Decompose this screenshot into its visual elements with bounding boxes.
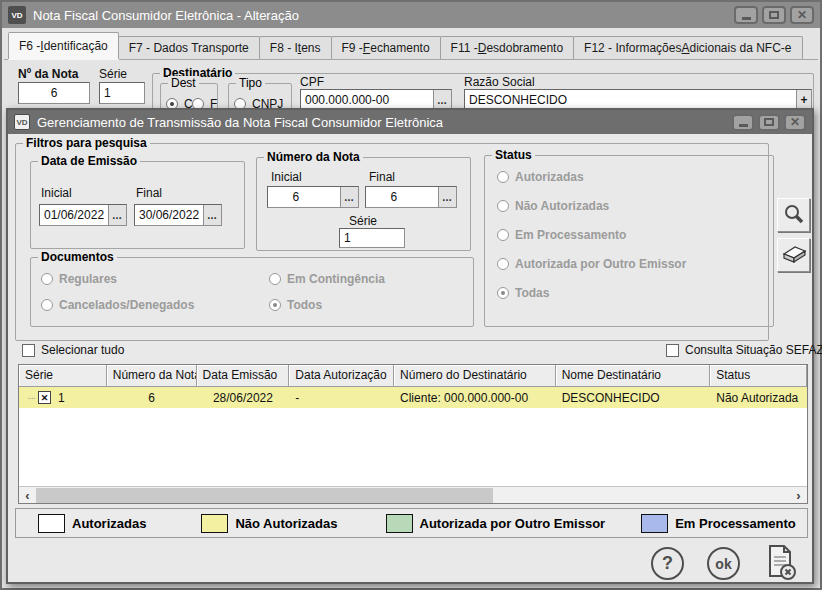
scrollbar-thumb[interactable] [36, 488, 493, 503]
nota-inicial-field[interactable]: 6 … [267, 186, 359, 208]
radio-dot-icon [497, 229, 509, 241]
radio-nao-autorizadas[interactable]: Não Autorizadas [497, 199, 609, 213]
ok-button[interactable]: ok [707, 547, 740, 580]
data-inicial-picker-icon[interactable]: … [108, 205, 126, 225]
horizontal-scrollbar[interactable]: ‹ › [19, 486, 807, 503]
nota-label: Nº da Nota [18, 67, 78, 81]
radio-dot-icon [497, 171, 509, 183]
razao-add-icon[interactable]: + [796, 90, 811, 110]
cell-data-emissao: 28/06/2022 [197, 387, 290, 408]
radio-dot-icon [497, 258, 509, 270]
nota-serie-field[interactable]: 1 [339, 228, 405, 248]
documentos-group-label: Documentos [38, 250, 117, 264]
radio-todas[interactable]: Todas [497, 286, 549, 300]
minimize-icon[interactable] [734, 6, 758, 24]
notas-table[interactable]: SérieNúmero da NotaData EmissãoData Auto… [18, 364, 808, 504]
dialog-close-icon[interactable]: ✕ [784, 114, 806, 131]
select-all-checkbox[interactable]: Selecionar tudo [22, 343, 124, 357]
numero-nota-label: Número da Nota [264, 150, 363, 164]
data-emissao-group: Data de Emissão Inicial 01/06/2022 … Fin… [30, 161, 245, 249]
column-header-data-emissao[interactable]: Data Emissão [197, 365, 290, 387]
cpf-label: CPF [300, 75, 324, 89]
cpf-lookup-icon[interactable]: … [433, 90, 451, 110]
table-row[interactable]: ····✕1628/06/2022-Cliente: 000.000.000-0… [19, 387, 807, 408]
data-final-picker-icon[interactable]: … [203, 205, 221, 225]
legend-swatch [201, 514, 228, 533]
tab-f9-fechamento[interactable]: F9 - Fechamento [331, 36, 441, 59]
select-all-box[interactable] [22, 344, 35, 357]
tab-f7-dados-transporte[interactable]: F7 - Dados Transporte [118, 36, 260, 59]
legend-item-em-processamento: Em Processamento [641, 514, 796, 533]
tab-f8-itens[interactable]: F8 - Itens [259, 36, 332, 59]
exit-button[interactable] [763, 544, 799, 582]
radio-dot-icon [497, 287, 509, 299]
data-final-label: Final [136, 186, 162, 200]
serie-field[interactable]: 1 [99, 82, 145, 104]
scroll-left-icon[interactable]: ‹ [19, 487, 36, 504]
radio-em-contingencia[interactable]: Em Contingência [269, 272, 385, 286]
dialog-minimize-icon[interactable] [732, 114, 754, 131]
radio-autorizadas[interactable]: Autorizadas [497, 170, 584, 184]
radio-autorizada-por-outro-emissor[interactable]: Autorizada por Outro Emissor [497, 257, 686, 271]
nota-final-lookup-icon[interactable]: … [438, 187, 456, 207]
data-emissao-label: Data de Emissão [38, 154, 140, 168]
dest-group-label: Dest [168, 76, 199, 90]
legend-swatch [386, 514, 413, 533]
status-legend: AutorizadasNão AutorizadasAutorizada por… [15, 508, 808, 538]
tipo-group-label: Tipo [236, 76, 265, 90]
radio-dot-icon [269, 299, 281, 311]
cell-numero: 6 [107, 387, 197, 408]
eraser-icon [781, 245, 807, 265]
table-header: SérieNúmero da NotaData EmissãoData Auto… [19, 365, 807, 387]
numero-nota-group: Número da Nota Inicial 6 … Final 6 … Sér… [256, 157, 471, 251]
dialog-app-icon: VD [14, 114, 30, 130]
nota-inicial-label: Inicial [271, 170, 302, 184]
search-button[interactable] [777, 198, 810, 232]
filters-group: Filtros para pesquisa Data de Emissão In… [15, 143, 769, 341]
clear-button[interactable] [777, 238, 810, 272]
tab-strip: F6 - IdentificaçãoF7 - Dados TransporteF… [4, 30, 818, 60]
main-window-controls: ✕ [734, 6, 814, 24]
data-inicial-label: Inicial [41, 186, 72, 200]
cell-status: Não Autorizada [710, 387, 807, 408]
documentos-group: Documentos RegularesEm ContingênciaCance… [30, 257, 474, 327]
legend-item-autorizadas: Autorizadas [38, 514, 146, 533]
legend-item-autorizada-por-outro-emissor: Autorizada por Outro Emissor [386, 514, 606, 533]
legend-swatch [38, 514, 65, 533]
nota-final-field[interactable]: 6 … [365, 186, 457, 208]
nota-field[interactable]: 6 [18, 82, 90, 104]
close-icon[interactable]: ✕ [790, 6, 814, 24]
data-inicial-field[interactable]: 01/06/2022 … [39, 204, 127, 226]
data-final-field[interactable]: 30/06/2022 … [134, 204, 222, 226]
nota-inicial-lookup-icon[interactable]: … [340, 187, 358, 207]
radio-regulares[interactable]: Regulares [41, 272, 117, 286]
tab-f11-desdobramento[interactable]: F11 - Desdobramento [440, 36, 575, 59]
cell-data-autorizacao: - [289, 387, 394, 408]
consulta-sefaz-checkbox[interactable]: Consulta Situação SEFAZ [666, 343, 822, 357]
radio-dot-icon [269, 273, 281, 285]
main-window-title: Nota Fiscal Consumidor Eletrônica - Alte… [33, 8, 734, 23]
help-button[interactable]: ? [651, 547, 684, 580]
tab-f12-informacoes-adicionais-da-nfc-e[interactable]: F12 - Informações Adicionais da NFC-e [573, 36, 802, 59]
radio-cancelados-denegados[interactable]: Cancelados/Denegados [41, 298, 194, 312]
column-header-numero-do-destinatario[interactable]: Número do Destinatário [394, 365, 556, 387]
column-header-data-autorizacao[interactable]: Data Autorização [289, 365, 394, 387]
column-header-serie[interactable]: Série [19, 365, 107, 387]
radio-dot-icon [41, 299, 53, 311]
document-cancel-icon [764, 544, 798, 582]
column-header-nome-destinatario[interactable]: Nome Destinatário [556, 365, 711, 387]
transmission-dialog: VD Gerenciamento de Transmissão da Nota … [6, 108, 814, 584]
radio-em-processamento[interactable]: Em Processamento [497, 228, 626, 242]
consulta-sefaz-box[interactable] [666, 344, 679, 357]
main-titlebar: VD Nota Fiscal Consumidor Eletrônica - A… [2, 2, 820, 28]
column-header-status[interactable]: Status [710, 365, 807, 387]
column-header-numero-da-nota[interactable]: Número da Nota [107, 365, 197, 387]
status-group: Status AutorizadasNão AutorizadasEm Proc… [484, 155, 774, 327]
radio-todos[interactable]: Todos [269, 298, 322, 312]
dialog-maximize-icon[interactable] [758, 114, 780, 131]
row-checkbox[interactable]: ✕ [38, 391, 51, 404]
scroll-right-icon[interactable]: › [790, 487, 807, 504]
magnifier-icon [782, 203, 806, 227]
tab-f6-identificacao[interactable]: F6 - Identificação [8, 32, 119, 59]
maximize-icon[interactable] [762, 6, 786, 24]
